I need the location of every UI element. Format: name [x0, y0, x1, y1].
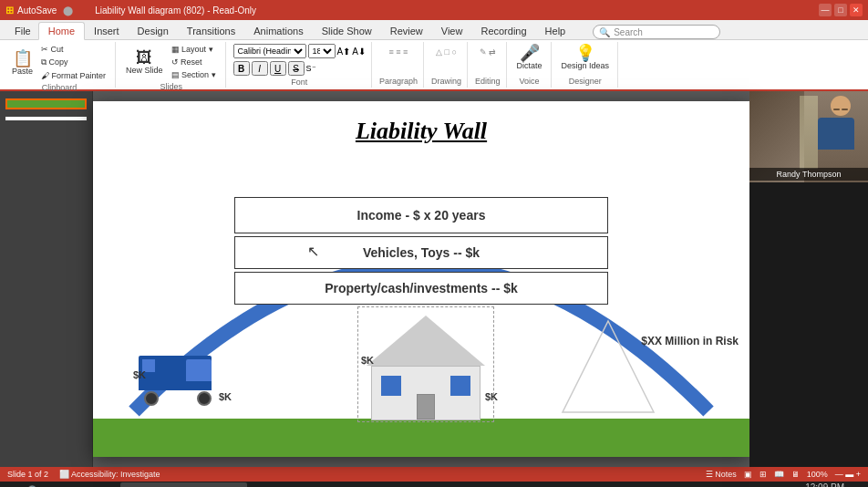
search-bar[interactable]: 🔍 Search	[593, 25, 720, 39]
video-panel: Randy Thompson	[749, 91, 868, 467]
new-slide-button[interactable]: 🖼 New Slide	[123, 48, 166, 76]
dollar-label-truck2: $K	[219, 391, 232, 402]
house-group	[367, 316, 485, 420]
ribbon-content: 📋 Paste ✂ Cut ⧉ Copy 🖌 Format Painter Cl…	[0, 40, 868, 91]
glasses-left	[833, 109, 840, 110]
reset-button[interactable]: ↺ Reset	[168, 57, 220, 67]
maximize-button[interactable]: □	[834, 4, 847, 16]
minimize-button[interactable]: —	[819, 4, 832, 16]
copy-button[interactable]: ⧉ Copy	[37, 57, 109, 68]
video-person-name: Randy Thompson	[749, 168, 868, 181]
font-size-down-button[interactable]: A⬇	[352, 47, 366, 57]
info-box-vehicles: Vehicles, Toys -- $k	[234, 236, 608, 269]
text-shadow-button[interactable]: S⁻	[306, 64, 316, 73]
wheel-rear	[197, 391, 212, 406]
slide-1-ground	[7, 100, 85, 108]
strikethrough-button[interactable]: S	[288, 61, 305, 76]
slide-canvas[interactable]: Liability Wall Income - $ x 20 years Veh…	[93, 101, 749, 457]
tab-slideshow[interactable]: Slide Show	[313, 23, 381, 39]
title-bar-title: Liability Wall diagram (802) - Read-Only	[95, 5, 256, 16]
slide-1-container: 1 Liability Wall Income - $ x 20 years V…	[5, 98, 87, 109]
app-logo: ⊞	[5, 5, 14, 16]
slide-2-thumb[interactable]	[5, 117, 87, 120]
ground	[93, 419, 749, 457]
tab-help[interactable]: Help	[536, 23, 575, 39]
datetime-display: 12:09 PM Wednesday 4/27/2022	[762, 482, 844, 488]
truck-cab	[186, 359, 212, 381]
section-button[interactable]: ▤ Section ▾	[168, 69, 220, 80]
design-ideas-button[interactable]: 💡 Design Ideas	[559, 44, 613, 71]
ribbon-group-paragraph: ≡ ≡ ≡ Paragraph	[374, 42, 424, 88]
font-family-select[interactable]: Calibri (Headings)	[233, 44, 306, 58]
font-size-up-button[interactable]: A⬆	[337, 47, 351, 57]
room-light	[800, 96, 818, 169]
body-overlay	[818, 118, 854, 150]
designer-label: Designer	[569, 77, 602, 86]
voice-label: Voice	[520, 77, 540, 86]
dollar-label-house: $K	[361, 355, 374, 366]
zoom-slider[interactable]: — ▬ +	[835, 470, 861, 479]
tab-file[interactable]: File	[7, 23, 38, 39]
ribbon-group-clipboard: 📋 Paste ✂ Cut ⧉ Copy 🖌 Format Painter Cl…	[4, 42, 116, 88]
taskbar-powerpoint[interactable]: P Liability Wall diagram (802)...	[120, 482, 247, 487]
search-icon: 🔍	[599, 27, 610, 37]
start-button[interactable]: ⊞	[5, 483, 22, 487]
font-label: Font	[291, 78, 307, 87]
info-box-income: Income - $ x 20 years	[234, 197, 608, 233]
tab-transitions[interactable]: Transitions	[178, 23, 244, 39]
main-area: 1 Liability Wall Income - $ x 20 years V…	[0, 91, 868, 467]
slides-buttons: 🖼 New Slide ▦ Layout ▾ ↺ Reset ▤ Section…	[123, 44, 220, 80]
search-taskbar-button[interactable]: 🔍	[26, 483, 42, 487]
zoom-level: 100%	[807, 470, 828, 479]
dollar-label-house2: $K	[485, 391, 498, 402]
ribbon-group-editing: ✎ ⇄ Editing	[470, 42, 507, 88]
close-button[interactable]: ✕	[850, 4, 863, 16]
taskbar-excel[interactable]: X	[251, 482, 269, 487]
slide-1-thumb[interactable]: Liability Wall Income - $ x 20 years Veh…	[5, 98, 87, 109]
clipboard-buttons: 📋 Paste ✂ Cut ⧉ Copy 🖌 Format Painter	[9, 44, 109, 81]
font-row1: Calibri (Headings) 18 A⬆ A⬇	[233, 44, 366, 58]
autosave-label: AutoSave ⬤	[17, 5, 73, 16]
window-controls[interactable]: — □ ✕	[819, 4, 863, 16]
font-size-select[interactable]: 18	[308, 44, 336, 58]
dictate-button[interactable]: 🎤 Dictate	[514, 44, 545, 71]
layout-button[interactable]: ▦ Layout ▾	[168, 44, 220, 55]
view-presenter[interactable]: 🖥	[791, 470, 800, 479]
taskbar-explorer[interactable]: 📁	[71, 482, 93, 487]
taskbar-store[interactable]: 🛍	[97, 482, 117, 487]
slide-area: Liability Wall Income - $ x 20 years Veh…	[93, 91, 749, 467]
tab-home[interactable]: Home	[38, 22, 85, 40]
paste-button[interactable]: 📋 Paste	[9, 49, 36, 77]
paragraph-label: Paragraph	[379, 77, 418, 86]
svg-marker-0	[563, 321, 654, 412]
tab-recording[interactable]: Recording	[471, 23, 535, 39]
view-normal[interactable]: ▣	[744, 470, 752, 479]
designer-icon: 💡	[575, 45, 595, 61]
taskbar-teams[interactable]: T	[273, 482, 290, 487]
search-placeholder: Search	[614, 27, 643, 37]
view-slide-sorter[interactable]: ⊞	[760, 470, 767, 479]
italic-button[interactable]: I	[252, 61, 268, 76]
font-controls: Calibri (Headings) 18 A⬆ A⬇ B I U S S⁻	[233, 44, 366, 76]
tab-review[interactable]: Review	[381, 23, 432, 39]
info-box-property: Property/cash/investments -- $k	[234, 272, 608, 305]
slides-label: Slides	[160, 82, 183, 91]
format-painter-button[interactable]: 🖌 Format Painter	[37, 70, 109, 81]
cut-button[interactable]: ✂ Cut	[37, 44, 109, 55]
tab-insert[interactable]: Insert	[85, 23, 129, 39]
view-reading[interactable]: 📖	[774, 470, 784, 479]
status-right: ☰ Notes ▣ ⊞ 📖 🖥 100% — ▬ +	[706, 470, 861, 479]
paste-icon: 📋	[13, 50, 33, 67]
slide-title: Liability Wall	[93, 118, 749, 145]
underline-button[interactable]: U	[270, 61, 286, 76]
glasses-right	[842, 109, 848, 110]
tab-view[interactable]: View	[432, 23, 472, 39]
taskbar-edge[interactable]: 🌐	[46, 482, 67, 487]
slide-1-content: Liability Wall Income - $ x 20 years Veh…	[7, 100, 85, 108]
tab-design[interactable]: Design	[129, 23, 178, 39]
tab-animations[interactable]: Animations	[244, 23, 312, 39]
bold-button[interactable]: B	[233, 61, 250, 76]
video-feed: Randy Thompson	[749, 91, 868, 182]
taskbar-zoom[interactable]: Z	[294, 482, 311, 487]
notes-button[interactable]: ☰ Notes	[706, 470, 737, 479]
